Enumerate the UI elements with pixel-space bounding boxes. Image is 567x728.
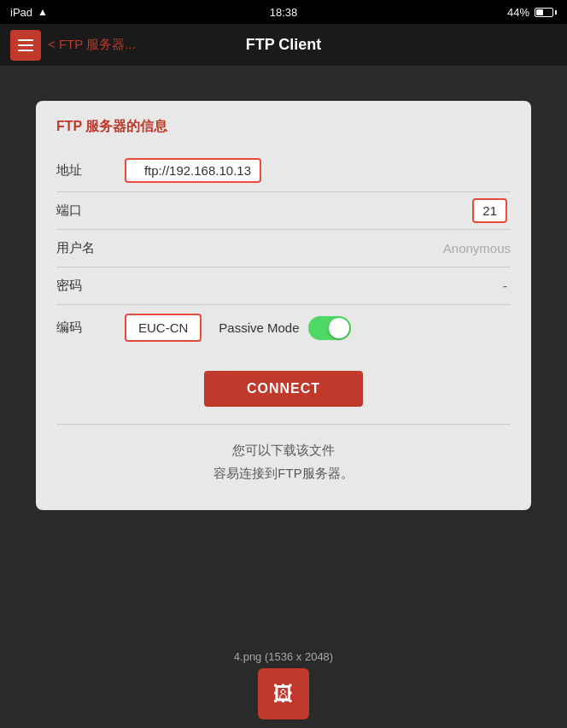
status-bar: iPad ▲ 18:38 44% [0,0,567,24]
back-button[interactable]: < FTP 服务器... [48,37,136,53]
port-input[interactable]: 21 [472,198,507,223]
thumbnail: 🖼 [258,668,309,719]
password-label: 密码 [56,278,125,294]
form-title: FTP 服务器的信息 [56,118,511,136]
password-input[interactable]: - [125,279,511,293]
info-line-2: 容易连接到FTP服务器。 [56,461,511,484]
passive-mode-section: Passive Mode [219,316,350,340]
menu-line-3 [18,50,33,51]
port-row: 端口 21 [56,192,511,230]
menu-line-1 [18,39,33,41]
page-title: FTP Client [246,36,322,54]
time-label: 18:38 [270,6,298,19]
bottom-area: 4.png (1536 x 2048) 🖼 [234,650,333,728]
thumb-label: 4.png (1536 x 2048) [234,650,333,663]
back-label: < FTP 服务器... [48,37,136,53]
toggle-knob [329,318,349,338]
passive-mode-toggle[interactable] [308,316,351,340]
info-text: 您可以下载该文件 容易连接到FTP服务器。 [56,438,511,484]
menu-button[interactable] [10,30,41,61]
encoding-label: 编码 [56,320,125,336]
file-icon: 🖼 [273,682,294,706]
password-row: 密码 - [56,267,511,305]
port-label: 端口 [56,203,125,219]
nav-bar: < FTP 服务器... FTP Client [0,24,567,67]
battery-icon [535,8,557,17]
wifi-icon: ▲ [38,6,48,18]
form-card: FTP 服务器的信息 地址 ftp://192.168.10.13 端口 21 … [36,101,531,510]
device-label: iPad [10,6,32,19]
address-row: 地址 ftp://192.168.10.13 [56,150,511,192]
battery-percent: 44% [507,6,529,19]
card-divider [56,424,511,425]
username-row: 用户名 Anonymous [56,230,511,267]
main-content: FTP 服务器的信息 地址 ftp://192.168.10.13 端口 21 … [0,67,567,728]
info-line-1: 您可以下载该文件 [56,438,511,461]
address-label: 地址 [56,162,125,179]
connect-button[interactable]: CONNECT [204,371,363,407]
passive-mode-label: Passive Mode [219,320,299,335]
encoding-row: 编码 EUC-CN Passive Mode [56,305,511,350]
address-input[interactable]: ftp://192.168.10.13 [125,158,261,183]
username-input[interactable]: Anonymous [125,241,511,255]
username-label: 用户名 [56,240,125,256]
menu-line-2 [18,44,33,46]
encoding-selector[interactable]: EUC-CN [125,314,202,342]
